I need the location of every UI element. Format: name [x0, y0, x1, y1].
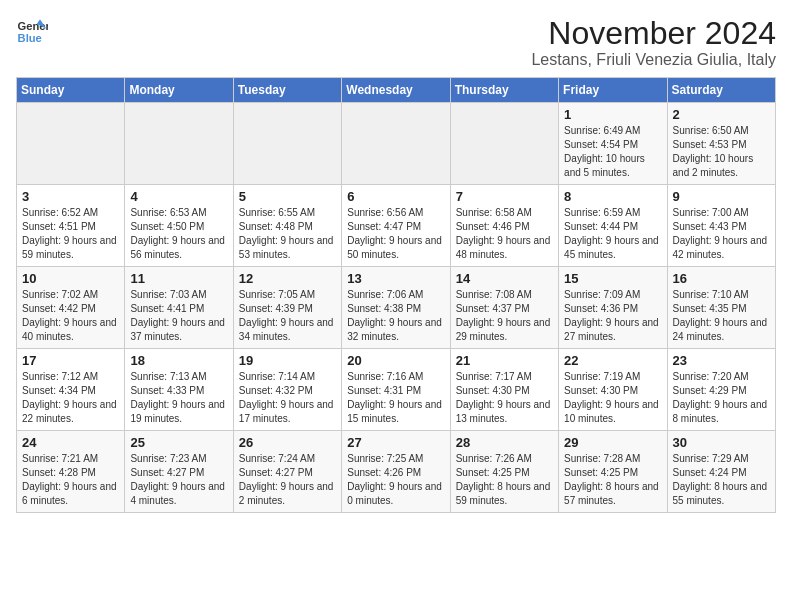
- day-info: Sunrise: 7:17 AMSunset: 4:30 PMDaylight:…: [456, 370, 553, 426]
- day-info: Sunrise: 7:20 AMSunset: 4:29 PMDaylight:…: [673, 370, 770, 426]
- day-cell: 8Sunrise: 6:59 AMSunset: 4:44 PMDaylight…: [559, 185, 667, 267]
- day-number: 24: [22, 435, 119, 450]
- location-title: Lestans, Friuli Venezia Giulia, Italy: [531, 51, 776, 69]
- day-info: Sunrise: 7:06 AMSunset: 4:38 PMDaylight:…: [347, 288, 444, 344]
- day-cell: 15Sunrise: 7:09 AMSunset: 4:36 PMDayligh…: [559, 267, 667, 349]
- week-row-3: 10Sunrise: 7:02 AMSunset: 4:42 PMDayligh…: [17, 267, 776, 349]
- month-title: November 2024: [531, 16, 776, 51]
- day-info: Sunrise: 7:19 AMSunset: 4:30 PMDaylight:…: [564, 370, 661, 426]
- col-header-thursday: Thursday: [450, 78, 558, 103]
- day-info: Sunrise: 7:14 AMSunset: 4:32 PMDaylight:…: [239, 370, 336, 426]
- day-cell: 18Sunrise: 7:13 AMSunset: 4:33 PMDayligh…: [125, 349, 233, 431]
- col-header-saturday: Saturday: [667, 78, 775, 103]
- day-cell: 3Sunrise: 6:52 AMSunset: 4:51 PMDaylight…: [17, 185, 125, 267]
- day-cell: 22Sunrise: 7:19 AMSunset: 4:30 PMDayligh…: [559, 349, 667, 431]
- day-info: Sunrise: 7:29 AMSunset: 4:24 PMDaylight:…: [673, 452, 770, 508]
- day-info: Sunrise: 6:55 AMSunset: 4:48 PMDaylight:…: [239, 206, 336, 262]
- day-number: 25: [130, 435, 227, 450]
- calendar-table: SundayMondayTuesdayWednesdayThursdayFrid…: [16, 77, 776, 513]
- day-number: 13: [347, 271, 444, 286]
- day-cell: 30Sunrise: 7:29 AMSunset: 4:24 PMDayligh…: [667, 431, 775, 513]
- day-info: Sunrise: 7:26 AMSunset: 4:25 PMDaylight:…: [456, 452, 553, 508]
- day-number: 18: [130, 353, 227, 368]
- day-number: 1: [564, 107, 661, 122]
- day-info: Sunrise: 6:52 AMSunset: 4:51 PMDaylight:…: [22, 206, 119, 262]
- day-number: 3: [22, 189, 119, 204]
- day-number: 5: [239, 189, 336, 204]
- col-header-monday: Monday: [125, 78, 233, 103]
- day-cell: 13Sunrise: 7:06 AMSunset: 4:38 PMDayligh…: [342, 267, 450, 349]
- day-cell: [17, 103, 125, 185]
- day-number: 17: [22, 353, 119, 368]
- day-number: 21: [456, 353, 553, 368]
- day-info: Sunrise: 7:10 AMSunset: 4:35 PMDaylight:…: [673, 288, 770, 344]
- day-info: Sunrise: 7:13 AMSunset: 4:33 PMDaylight:…: [130, 370, 227, 426]
- day-number: 28: [456, 435, 553, 450]
- week-row-1: 1Sunrise: 6:49 AMSunset: 4:54 PMDaylight…: [17, 103, 776, 185]
- day-number: 9: [673, 189, 770, 204]
- day-number: 4: [130, 189, 227, 204]
- day-cell: 14Sunrise: 7:08 AMSunset: 4:37 PMDayligh…: [450, 267, 558, 349]
- day-cell: 24Sunrise: 7:21 AMSunset: 4:28 PMDayligh…: [17, 431, 125, 513]
- col-header-sunday: Sunday: [17, 78, 125, 103]
- col-header-tuesday: Tuesday: [233, 78, 341, 103]
- day-info: Sunrise: 7:24 AMSunset: 4:27 PMDaylight:…: [239, 452, 336, 508]
- day-info: Sunrise: 6:56 AMSunset: 4:47 PMDaylight:…: [347, 206, 444, 262]
- day-number: 8: [564, 189, 661, 204]
- week-row-4: 17Sunrise: 7:12 AMSunset: 4:34 PMDayligh…: [17, 349, 776, 431]
- day-info: Sunrise: 7:28 AMSunset: 4:25 PMDaylight:…: [564, 452, 661, 508]
- day-number: 6: [347, 189, 444, 204]
- day-cell: 6Sunrise: 6:56 AMSunset: 4:47 PMDaylight…: [342, 185, 450, 267]
- day-cell: 19Sunrise: 7:14 AMSunset: 4:32 PMDayligh…: [233, 349, 341, 431]
- day-number: 30: [673, 435, 770, 450]
- day-cell: [342, 103, 450, 185]
- day-info: Sunrise: 6:58 AMSunset: 4:46 PMDaylight:…: [456, 206, 553, 262]
- day-info: Sunrise: 6:59 AMSunset: 4:44 PMDaylight:…: [564, 206, 661, 262]
- calendar-header-row: SundayMondayTuesdayWednesdayThursdayFrid…: [17, 78, 776, 103]
- day-info: Sunrise: 7:21 AMSunset: 4:28 PMDaylight:…: [22, 452, 119, 508]
- day-info: Sunrise: 7:25 AMSunset: 4:26 PMDaylight:…: [347, 452, 444, 508]
- day-number: 27: [347, 435, 444, 450]
- day-number: 23: [673, 353, 770, 368]
- day-cell: 26Sunrise: 7:24 AMSunset: 4:27 PMDayligh…: [233, 431, 341, 513]
- day-cell: 12Sunrise: 7:05 AMSunset: 4:39 PMDayligh…: [233, 267, 341, 349]
- day-number: 29: [564, 435, 661, 450]
- day-info: Sunrise: 6:49 AMSunset: 4:54 PMDaylight:…: [564, 124, 661, 180]
- day-cell: 16Sunrise: 7:10 AMSunset: 4:35 PMDayligh…: [667, 267, 775, 349]
- day-number: 11: [130, 271, 227, 286]
- day-number: 7: [456, 189, 553, 204]
- day-cell: 17Sunrise: 7:12 AMSunset: 4:34 PMDayligh…: [17, 349, 125, 431]
- day-number: 15: [564, 271, 661, 286]
- day-number: 16: [673, 271, 770, 286]
- day-cell: [125, 103, 233, 185]
- day-cell: 25Sunrise: 7:23 AMSunset: 4:27 PMDayligh…: [125, 431, 233, 513]
- day-number: 22: [564, 353, 661, 368]
- day-cell: 2Sunrise: 6:50 AMSunset: 4:53 PMDaylight…: [667, 103, 775, 185]
- logo-icon: General Blue: [16, 16, 48, 48]
- day-info: Sunrise: 7:08 AMSunset: 4:37 PMDaylight:…: [456, 288, 553, 344]
- day-info: Sunrise: 7:02 AMSunset: 4:42 PMDaylight:…: [22, 288, 119, 344]
- day-cell: 7Sunrise: 6:58 AMSunset: 4:46 PMDaylight…: [450, 185, 558, 267]
- svg-text:Blue: Blue: [18, 32, 42, 44]
- day-info: Sunrise: 7:05 AMSunset: 4:39 PMDaylight:…: [239, 288, 336, 344]
- title-area: November 2024 Lestans, Friuli Venezia Gi…: [531, 16, 776, 69]
- logo: General Blue: [16, 16, 48, 48]
- day-info: Sunrise: 7:12 AMSunset: 4:34 PMDaylight:…: [22, 370, 119, 426]
- day-info: Sunrise: 7:03 AMSunset: 4:41 PMDaylight:…: [130, 288, 227, 344]
- day-info: Sunrise: 6:53 AMSunset: 4:50 PMDaylight:…: [130, 206, 227, 262]
- day-cell: [233, 103, 341, 185]
- day-cell: 11Sunrise: 7:03 AMSunset: 4:41 PMDayligh…: [125, 267, 233, 349]
- day-cell: 1Sunrise: 6:49 AMSunset: 4:54 PMDaylight…: [559, 103, 667, 185]
- day-cell: 4Sunrise: 6:53 AMSunset: 4:50 PMDaylight…: [125, 185, 233, 267]
- day-cell: 9Sunrise: 7:00 AMSunset: 4:43 PMDaylight…: [667, 185, 775, 267]
- day-cell: 27Sunrise: 7:25 AMSunset: 4:26 PMDayligh…: [342, 431, 450, 513]
- day-cell: 21Sunrise: 7:17 AMSunset: 4:30 PMDayligh…: [450, 349, 558, 431]
- day-number: 14: [456, 271, 553, 286]
- day-info: Sunrise: 6:50 AMSunset: 4:53 PMDaylight:…: [673, 124, 770, 180]
- day-cell: 5Sunrise: 6:55 AMSunset: 4:48 PMDaylight…: [233, 185, 341, 267]
- day-cell: 29Sunrise: 7:28 AMSunset: 4:25 PMDayligh…: [559, 431, 667, 513]
- day-number: 19: [239, 353, 336, 368]
- week-row-5: 24Sunrise: 7:21 AMSunset: 4:28 PMDayligh…: [17, 431, 776, 513]
- day-cell: 20Sunrise: 7:16 AMSunset: 4:31 PMDayligh…: [342, 349, 450, 431]
- day-info: Sunrise: 7:00 AMSunset: 4:43 PMDaylight:…: [673, 206, 770, 262]
